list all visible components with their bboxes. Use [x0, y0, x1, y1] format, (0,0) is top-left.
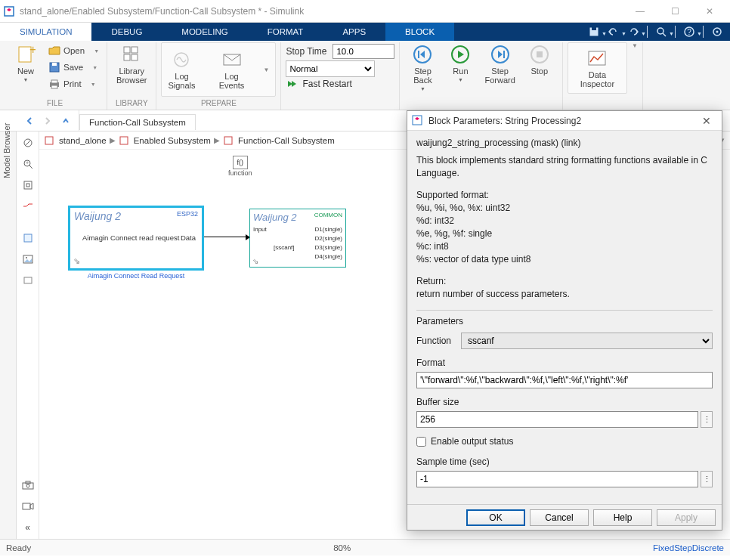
dialog-close-button[interactable]: ✕	[696, 115, 717, 127]
group-review: Data Inspector ▼	[563, 42, 643, 110]
print-button[interactable]: Print▼	[45, 76, 102, 92]
function-select[interactable]: sscanf	[461, 333, 713, 349]
save-icon	[48, 61, 60, 73]
maximize-button[interactable]: ☐	[657, 0, 692, 23]
buffer-input[interactable]	[416, 411, 698, 428]
group-library: Library Browser LIBRARY	[107, 42, 156, 110]
save-icon[interactable]: ▼	[586, 24, 602, 39]
data-inspector-icon	[586, 48, 608, 69]
area-icon[interactable]	[20, 272, 36, 289]
undo-icon[interactable]: ▼	[605, 24, 622, 39]
svg-rect-16	[124, 47, 130, 53]
mask-type: waijung2_string_processing (mask) (link)	[416, 137, 713, 150]
new-icon: +	[15, 44, 36, 65]
screenshot-icon[interactable]	[20, 477, 36, 493]
run-icon	[450, 44, 471, 65]
library-browser-button[interactable]: Library Browser	[112, 42, 151, 86]
log-events-button[interactable]: Log Events	[214, 48, 250, 91]
svg-point-46	[26, 484, 29, 487]
target-icon[interactable]	[709, 24, 725, 39]
ok-button[interactable]: OK	[466, 509, 525, 526]
new-button[interactable]: + New ▼	[8, 42, 44, 84]
run-button[interactable]: Run▼	[442, 42, 478, 84]
status-zoom[interactable]: 80%	[333, 543, 351, 552]
sim-mode-select[interactable]: Normal	[286, 60, 375, 77]
svg-rect-18	[124, 54, 130, 60]
record-icon[interactable]	[20, 498, 36, 515]
chevron-right-icon: ▶	[214, 136, 220, 144]
svg-rect-36	[26, 184, 29, 187]
dialog-titlebar[interactable]: Block Parameters: String Processing2 ✕	[407, 111, 722, 131]
nav-forward-button[interactable]	[39, 113, 56, 129]
image-icon[interactable]	[20, 251, 36, 268]
model-browser-rail[interactable]: Model Browser	[0, 131, 17, 539]
sample-time-label: Sample time (sec)	[416, 456, 713, 469]
tab-debug[interactable]: DEBUG	[91, 23, 162, 41]
tab-simulation[interactable]: SIMULATION	[0, 23, 91, 41]
svg-rect-50	[224, 137, 232, 144]
log-signals-button[interactable]: Log Signals	[163, 48, 200, 91]
hide-browser-icon[interactable]	[20, 135, 36, 151]
format-input[interactable]	[416, 372, 713, 388]
aimagin-connect-block[interactable]: Waijung 2ESP32 Aimagin Connect read requ…	[68, 206, 204, 271]
svg-line-4	[663, 33, 666, 36]
group-library-label: LIBRARY	[112, 98, 151, 108]
minimize-button[interactable]: —	[623, 0, 657, 23]
svg-rect-23	[418, 51, 419, 58]
string-processing-block[interactable]: Waijung 2COMMON InputD1(single) D2(singl…	[249, 209, 346, 268]
fast-restart-button[interactable]: Fast Restart	[286, 79, 394, 89]
svg-rect-47	[23, 503, 30, 509]
annotation-icon[interactable]	[20, 230, 36, 246]
group-prepare: Log Signals Log Events ▼ PREPARE	[156, 42, 280, 110]
function-trigger-block[interactable]: f() function	[228, 156, 252, 177]
zoom-fit-icon[interactable]: +	[20, 156, 36, 172]
mask-description: This block implements standard string fo…	[416, 154, 713, 180]
buffer-more-button[interactable]: ⋮	[701, 411, 713, 428]
tab-apps[interactable]: APPS	[323, 23, 385, 41]
tab-block[interactable]: BLOCK	[385, 23, 454, 41]
tab-modeling[interactable]: MODELING	[162, 23, 247, 41]
format-label: Format	[416, 357, 713, 370]
doc-tab[interactable]: Function-Call Subsystem	[79, 114, 196, 130]
close-button[interactable]: ✕	[692, 0, 727, 23]
toggle-sample-icon[interactable]	[20, 198, 36, 215]
signal-wire[interactable]	[204, 237, 249, 237]
cancel-button[interactable]: Cancel	[530, 509, 589, 526]
return-header: Return:	[416, 275, 713, 288]
group-prepare-label: PREPARE	[161, 98, 276, 108]
step-forward-icon	[490, 44, 511, 65]
breadcrumb-enabled[interactable]: Enabled Subsystem	[134, 136, 211, 145]
sample-more-button[interactable]: ⋮	[701, 471, 713, 487]
window-title: stand_alone/Enabled Subsystem/Function-C…	[20, 6, 623, 17]
breadcrumb-fcn[interactable]: Function-Call Subsystem	[238, 136, 335, 145]
apply-button[interactable]: Apply	[657, 509, 716, 526]
help-button[interactable]: Help	[593, 509, 652, 526]
breadcrumb-root[interactable]: stand_alone	[59, 136, 107, 145]
print-icon	[48, 78, 60, 90]
data-inspector-button[interactable]: Data Inspector	[568, 42, 627, 94]
nav-up-button[interactable]	[57, 113, 74, 129]
enable-output-checkbox[interactable]	[416, 437, 426, 447]
redo-icon[interactable]: ▼	[625, 24, 642, 39]
stop-icon	[529, 44, 550, 65]
svg-rect-48	[45, 137, 53, 144]
open-button[interactable]: Open▼	[45, 42, 102, 59]
status-solver[interactable]: FixedStepDiscrete	[653, 543, 724, 552]
stop-button[interactable]: Stop	[521, 42, 558, 77]
search-icon[interactable]: ▼	[653, 24, 670, 39]
collapse-icon[interactable]: «	[20, 519, 36, 536]
stoptime-input[interactable]	[333, 44, 394, 59]
svg-text:+: +	[25, 160, 28, 166]
save-button[interactable]: Save▼	[45, 59, 102, 76]
link-icon: ⇘	[73, 256, 80, 266]
step-back-button[interactable]: Step Back▼	[404, 42, 441, 93]
step-forward-button[interactable]: Step Forward	[480, 42, 519, 86]
svg-rect-29	[589, 51, 605, 65]
tab-format[interactable]: FORMAT	[248, 23, 323, 41]
nav-back-button[interactable]	[21, 113, 38, 129]
model-browser-label: Model Browser	[2, 123, 11, 178]
sample-time-input[interactable]	[416, 471, 698, 487]
help-icon[interactable]: ?▼	[681, 24, 698, 39]
toolstrip: + New ▼ Open▼ Save▼ Print▼ FILE Library …	[0, 41, 730, 110]
fit-view-icon[interactable]	[20, 177, 36, 193]
